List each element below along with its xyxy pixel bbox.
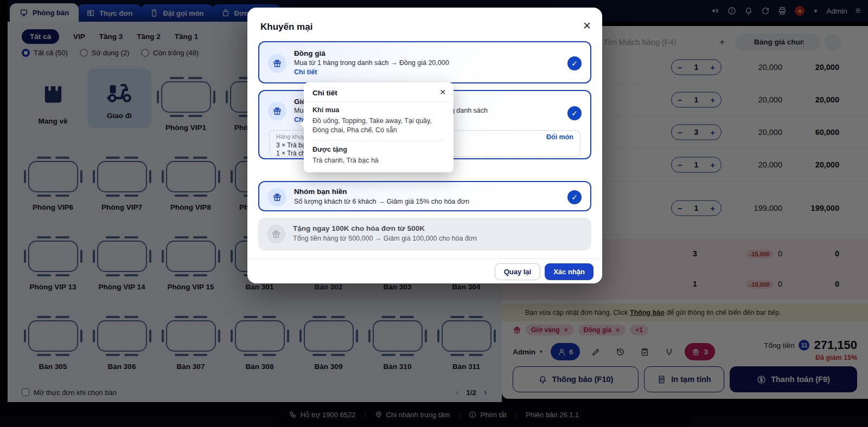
divider [304,102,454,102]
confirm-button[interactable]: Xác nhận [545,263,593,280]
gift-icon [272,106,282,116]
promotion-card[interactable]: Tặng ngay 100K cho hóa đơn từ 500K Tổng … [258,218,591,250]
detail-section: Khi mua Đồ uống, Topping, Take away, Tại… [312,106,445,135]
close-icon[interactable]: ✕ [439,88,446,96]
gift-icon [268,102,286,120]
promotion-title: Nhóm bạn hiền [294,187,347,196]
detail-section-label: Được tặng [312,146,445,153]
gift-icon [272,59,282,68]
back-button[interactable]: Quay lại [495,263,541,280]
gift-icon [267,225,285,243]
check-icon[interactable]: ✓ [567,106,582,120]
promotion-card[interactable]: Đồng giá Mua từ 1 hàng trong danh sách →… [258,41,591,83]
gift-icon [272,192,282,202]
promotion-title: Đồng giá [294,49,326,57]
promotion-desc: Số lượng khách từ 6 khách → Giảm giá 15%… [294,198,469,205]
detail-link[interactable]: Chi tiết [294,68,317,76]
gift-icon [268,54,286,73]
close-icon[interactable]: ✕ [583,20,591,32]
detail-section: Được tặng Trà chanh, Trà bạc hà [312,140,445,165]
change-item-link[interactable]: Đổi món [546,133,573,141]
modal-buttons: Quay lại Xác nhận [495,263,593,280]
detail-section-value: Đồ uống, Topping, Take away, Tại quầy, Đ… [312,117,445,135]
detail-section-value: Trà chanh, Trà bạc hà [312,156,445,165]
check-icon[interactable]: ✓ [567,190,582,204]
divider [247,258,602,259]
popover-title: Chi tiết [312,89,337,97]
promotion-desc: Tổng tiền hàng từ 500,000 → Giảm giá 100… [293,235,477,242]
check-icon[interactable]: ✓ [567,56,582,70]
popover-body: Khi mua Đồ uống, Topping, Take away, Tại… [312,106,445,165]
gift-icon [268,188,286,206]
modal-title: Khuyến mại [260,22,312,33]
promotion-title: Tặng ngay 100K cho hóa đơn từ 500K [293,224,425,232]
promotion-card[interactable]: Nhóm bạn hiền Số lượng khách từ 6 khách … [258,181,591,211]
detail-section-label: Khi mua [312,106,445,114]
promotion-desc: Mua từ 1 hàng trong danh sách → Đồng giá… [294,59,449,67]
gift-icon [271,229,281,239]
promotion-detail-popover: Chi tiết ✕ Khi mua Đồ uống, Topping, Tak… [304,82,454,172]
